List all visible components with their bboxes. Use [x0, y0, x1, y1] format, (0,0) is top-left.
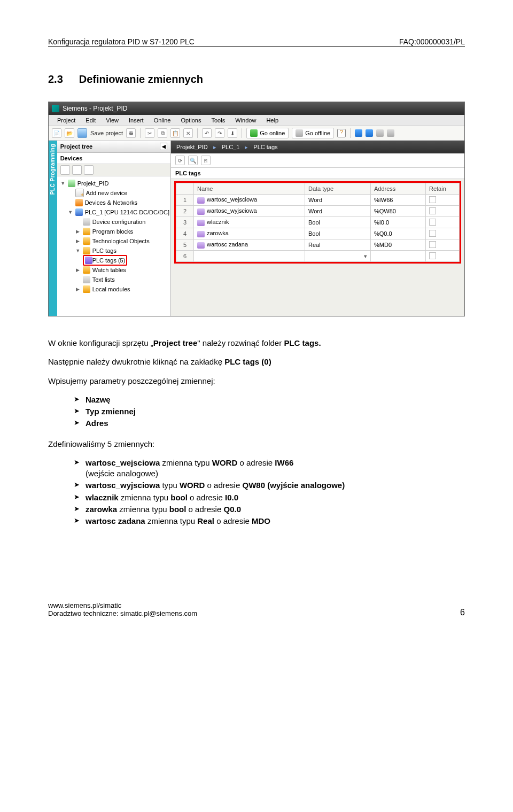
editor-toolbar-icon[interactable]: ⎘ — [201, 156, 211, 165]
cell-datatype[interactable]: Bool — [305, 217, 371, 228]
breadcrumb-segment[interactable]: PLC tags — [253, 144, 277, 150]
menu-view[interactable]: View — [102, 115, 123, 126]
window-title: Siemens - Projekt_PID — [63, 105, 127, 112]
cell-datatype[interactable]: ▾ — [305, 251, 371, 262]
help-icon[interactable]: ? — [337, 129, 346, 137]
cell-name[interactable]: wartosc zadana — [194, 239, 305, 251]
cell-address[interactable]: %I0.0 — [371, 217, 426, 228]
cell-datatype[interactable]: Real — [305, 239, 371, 251]
open-project-icon[interactable]: 📂 — [65, 128, 74, 138]
paste-icon[interactable]: 📋 — [170, 128, 180, 138]
tree-node-plc-tags-5[interactable]: PLC tags (5) — [60, 256, 169, 265]
tree-node-local-modules[interactable]: ▶Local modules — [60, 284, 169, 294]
cell-address[interactable] — [371, 251, 426, 262]
cell-retain[interactable] — [426, 195, 460, 206]
menu-online[interactable]: Online — [150, 115, 175, 126]
cell-retain[interactable] — [426, 217, 460, 228]
tree-label: Projekt_PID — [77, 180, 109, 187]
cell-name[interactable]: zarowka — [194, 228, 305, 239]
checkbox-icon — [429, 241, 436, 248]
folder-icon — [83, 237, 90, 245]
new-project-icon[interactable]: 📄 — [52, 128, 61, 138]
undo-icon[interactable]: ↶ — [202, 128, 212, 138]
table-row[interactable]: 2wartosc_wyjsciowaWord%QW80 — [176, 206, 460, 217]
table-row[interactable]: 3wlacznikBool%I0.0 — [176, 217, 460, 228]
toolbar-icon[interactable] — [376, 129, 384, 137]
menu-insert[interactable]: Insert — [125, 115, 148, 126]
tree-node-plc1[interactable]: ▼PLC_1 [CPU 1214C DC/DC/DC] — [60, 207, 169, 217]
cell-datatype[interactable]: Bool — [305, 228, 371, 239]
cell-name[interactable]: wartosc_wyjsciowa — [194, 206, 305, 217]
cut-icon[interactable]: ✂ — [145, 128, 154, 138]
tree-node-plc-tags[interactable]: ▼PLC tags — [60, 246, 169, 256]
save-icon[interactable] — [77, 128, 87, 138]
project-tree-title: Project tree — [60, 143, 93, 150]
device-toolbar-icon[interactable] — [60, 165, 70, 175]
tags-icon — [85, 257, 92, 264]
table-row[interactable]: 1wartosc_wejsciowaWord%IW66 — [176, 195, 460, 206]
menu-options[interactable]: Options — [177, 115, 206, 126]
cell-retain[interactable] — [426, 228, 460, 239]
cell-address[interactable]: %QW80 — [371, 206, 426, 217]
collapse-icon[interactable]: ◀ — [160, 143, 167, 150]
table-row[interactable]: 5wartosc zadanaReal%MD0 — [176, 239, 460, 251]
download-icon[interactable]: ⬇ — [228, 128, 237, 138]
tree-label: Technological Objects — [92, 238, 150, 244]
col-name[interactable]: Name — [194, 183, 305, 195]
cell-retain[interactable] — [426, 251, 460, 262]
menu-help[interactable]: Help — [262, 115, 283, 126]
cell-retain[interactable] — [426, 239, 460, 251]
copy-icon[interactable]: ⧉ — [158, 128, 167, 138]
menu-project[interactable]: Project — [53, 115, 80, 126]
tile-icon[interactable] — [366, 129, 373, 137]
col-retain[interactable]: Retain — [426, 183, 460, 195]
toolbar-icon[interactable] — [387, 129, 394, 137]
plc-tags-highlight: Name Data type Address Retain 1wartosc_w… — [174, 181, 461, 264]
cell-name[interactable] — [194, 251, 305, 262]
cell-address[interactable]: %Q0.0 — [371, 228, 426, 239]
tree-node-devices-networks[interactable]: Devices & Networks — [60, 198, 169, 207]
tree-node-device-config[interactable]: Device configuration — [60, 217, 169, 227]
cell-name[interactable]: wlacznik — [194, 217, 305, 228]
row-number: 2 — [176, 206, 194, 217]
checkbox-icon — [429, 252, 436, 259]
checkbox-icon — [429, 219, 436, 226]
delete-icon[interactable]: ✕ — [183, 128, 193, 138]
cell-name[interactable]: wartosc_wejsciowa — [194, 195, 305, 206]
go-online-button[interactable]: Go online — [246, 128, 289, 138]
cell-address[interactable]: %MD0 — [371, 239, 426, 251]
table-row[interactable]: 4zarowkaBool%Q0.0 — [176, 228, 460, 239]
menu-window[interactable]: Window — [231, 115, 260, 126]
menu-edit[interactable]: Edit — [81, 115, 100, 126]
cell-retain[interactable] — [426, 206, 460, 217]
row-number: 5 — [176, 239, 194, 251]
tree-node-watch-tables[interactable]: ▶Watch tables — [60, 265, 169, 275]
dropdown-icon[interactable]: ▾ — [364, 253, 367, 260]
tree-node-project[interactable]: ▼Projekt_PID — [60, 179, 169, 188]
device-toolbar-icon[interactable] — [72, 165, 82, 175]
tree-node-program-blocks[interactable]: ▶Program blocks — [60, 227, 169, 236]
save-label: Save project — [90, 130, 123, 136]
menu-tools[interactable]: Tools — [207, 115, 229, 126]
editor-toolbar-icon[interactable]: ⟳ — [175, 156, 185, 165]
table-row[interactable]: 6▾ — [176, 251, 460, 262]
tree-label: Device configuration — [92, 219, 146, 225]
cell-datatype[interactable]: Word — [305, 206, 371, 217]
cell-address[interactable]: %IW66 — [371, 195, 426, 206]
breadcrumb-segment[interactable]: Projekt_PID — [176, 144, 208, 150]
plc-programming-ribbon[interactable]: PLC Programming — [49, 141, 57, 316]
go-offline-button[interactable]: Go offline — [292, 128, 334, 138]
tree-node-text-lists[interactable]: Text lists — [60, 275, 169, 284]
list-item: wartosc zadana zmienna typu Real o adres… — [74, 516, 465, 527]
tree-node-add-device[interactable]: Add new device — [60, 188, 169, 198]
device-toolbar-icon[interactable] — [84, 165, 94, 175]
print-icon[interactable]: 🖶 — [126, 128, 136, 138]
redo-icon[interactable]: ↷ — [215, 128, 224, 138]
editor-toolbar-icon[interactable]: 🔍 — [188, 156, 198, 165]
tree-node-tech-objects[interactable]: ▶Technological Objects — [60, 236, 169, 246]
col-datatype[interactable]: Data type — [305, 183, 371, 195]
tile-icon[interactable] — [355, 129, 362, 137]
breadcrumb-segment[interactable]: PLC_1 — [222, 144, 240, 150]
col-address[interactable]: Address — [371, 183, 426, 195]
cell-datatype[interactable]: Word — [305, 195, 371, 206]
